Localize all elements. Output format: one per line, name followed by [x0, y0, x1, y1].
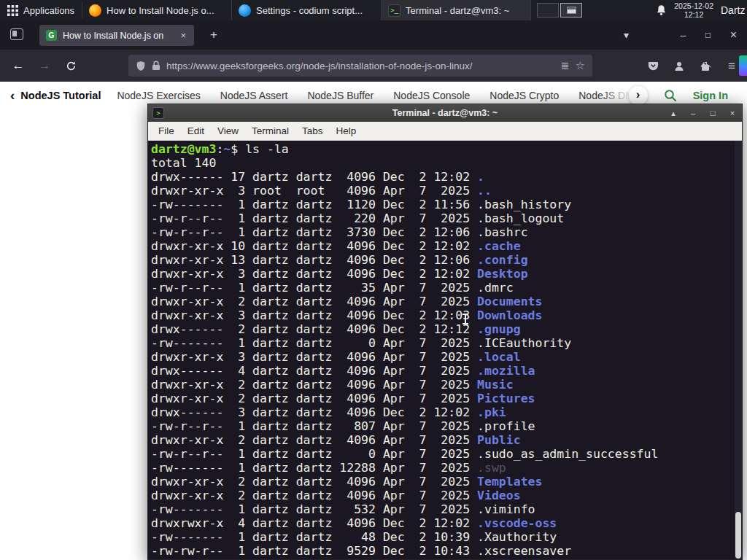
- firefox-icon: [89, 4, 101, 17]
- reload-button[interactable]: [60, 55, 82, 76]
- terminal-line: drwxr-xr-x 2 dartz dartz 4096 Apr 7 2025…: [151, 489, 732, 502]
- terminal-line: drwx------ 17 dartz dartz 4096 Dec 2 12:…: [151, 170, 732, 184]
- terminal-line: -rw------- 1 dartz dartz 12288 Apr 7 202…: [151, 461, 732, 475]
- mouse-text-cursor: [465, 314, 466, 324]
- applications-menu-button[interactable]: Applications: [0, 0, 82, 20]
- terminal-line: -rw------- 1 dartz dartz 0 Apr 7 2025 .I…: [151, 336, 732, 350]
- terminal-line: drwxr-xr-x 2 dartz dartz 4096 Apr 7 2025…: [151, 392, 732, 405]
- site-nav-item[interactable]: NodeJS Buffer: [307, 90, 374, 101]
- site-favicon: G: [46, 30, 57, 41]
- panel-status-area: 2025-12-02 12:12 Dartz: [656, 0, 747, 20]
- terminal-menu-item[interactable]: Tabs: [295, 123, 330, 139]
- terminal-line: drwxr-xr-x 2 dartz dartz 4096 Apr 7 2025…: [151, 378, 732, 392]
- back-button[interactable]: ←: [7, 55, 29, 76]
- url-bar[interactable]: https://www.geeksforgeeks.org/node-js/in…: [128, 55, 592, 77]
- typed-command: ls -la: [238, 142, 289, 156]
- site-nav-item[interactable]: NodeJS Exercises: [117, 90, 200, 101]
- nav-scroll-right-icon[interactable]: ›: [629, 86, 648, 105]
- site-nav-item[interactable]: NodeJS Assert: [220, 90, 288, 101]
- terminal-window-title: Terminal - dartz@vm3: ~: [148, 108, 742, 118]
- workspace-window-thumb: [567, 7, 576, 14]
- terminal-line: drwxr-xr-x 3 dartz dartz 4096 Apr 7 2025…: [151, 350, 732, 364]
- sign-in-button[interactable]: Sign In: [693, 90, 728, 101]
- close-button[interactable]: ×: [727, 109, 738, 117]
- site-nav-item[interactable]: NodeJS Crypto: [489, 90, 559, 101]
- site-nav-item[interactable]: NodeJS Console: [393, 90, 470, 101]
- forward-button[interactable]: →: [34, 55, 55, 76]
- terminal-line: -rw-r--r-- 1 dartz dartz 3730 Dec 2 12:0…: [151, 225, 732, 239]
- reader-mode-icon[interactable]: ≣: [561, 60, 570, 71]
- clock-time: 12:12: [674, 10, 713, 19]
- terminal-scrollbar-thumb[interactable]: [735, 512, 741, 559]
- prompt-cwd: ~: [223, 142, 231, 156]
- browser-tab[interactable]: G How to Install Node.js on ×: [39, 25, 194, 46]
- terminal-menu-item[interactable]: Edit: [181, 123, 211, 139]
- terminal-line: -rw------- 1 dartz dartz 532 Apr 7 2025 …: [151, 502, 732, 516]
- terminal-titlebar[interactable]: > Terminal - dartz@vm3: ~ ▴ – □ ×: [148, 104, 742, 122]
- tab-title: How to Install Node.js on: [63, 31, 173, 41]
- terminal-line: -rw------- 1 dartz dartz 1120 Dec 2 11:5…: [151, 198, 732, 211]
- terminal-line: drwx------ 3 dartz dartz 4096 Dec 2 12:0…: [151, 405, 732, 419]
- extensions-puzzle-icon[interactable]: [694, 56, 716, 76]
- taskbar-window-codium[interactable]: Settings - codium script...: [232, 0, 382, 20]
- terminal-line: -rw-rw-r-- 1 dartz dartz 9529 Dec 2 10:4…: [151, 544, 732, 558]
- terminal-menu-item[interactable]: Help: [330, 123, 363, 139]
- site-nav-items: NodeJS ExercisesNodeJS AssertNodeJS Buff…: [117, 90, 684, 101]
- maximize-button[interactable]: □: [708, 109, 718, 117]
- tracking-shield-icon[interactable]: [136, 61, 146, 71]
- clock-date: 2025-12-02: [674, 1, 713, 10]
- reload-icon: [66, 61, 77, 71]
- window-maximize-button[interactable]: □: [698, 26, 718, 44]
- taskbar-window-terminal[interactable]: >_ Terminal - dartz@vm3: ~: [382, 0, 531, 20]
- terminal-line: drwxr-xr-x 10 dartz dartz 4096 Dec 2 12:…: [151, 239, 732, 253]
- taskbar-window-firefox[interactable]: How to Install Node.js o...: [82, 0, 232, 20]
- window-close-button[interactable]: ×: [724, 26, 743, 44]
- workspace-switcher[interactable]: [531, 0, 588, 20]
- terminal-total-line: total 140: [151, 156, 732, 170]
- nav-scroll-left-icon[interactable]: ‹: [10, 88, 15, 104]
- firefox-view-icon[interactable]: [10, 28, 23, 40]
- terminal-menu-item[interactable]: Terminal: [245, 123, 295, 139]
- extension-accent-icon[interactable]: [739, 55, 747, 76]
- terminal-line: drwxr-xr-x 13 dartz dartz 4096 Dec 2 12:…: [151, 253, 732, 267]
- workspace-2[interactable]: [560, 3, 582, 18]
- taskbar-window-title: Settings - codium script...: [256, 5, 363, 16]
- tab-close-icon[interactable]: ×: [179, 30, 187, 41]
- terminal-line: -rw-r--r-- 1 dartz dartz 220 Apr 7 2025 …: [151, 211, 732, 225]
- new-tab-button[interactable]: +: [204, 26, 223, 44]
- terminal-line: drwxr-xr-x 2 dartz dartz 4096 Apr 7 2025…: [151, 295, 732, 308]
- url-text[interactable]: https://www.geeksforgeeks.org/node-js/in…: [166, 61, 555, 71]
- terminal-window-icon: >: [152, 107, 164, 119]
- minimize-button[interactable]: –: [688, 109, 698, 117]
- terminal-line: drwxr-xr-x 2 dartz dartz 4096 Apr 7 2025…: [151, 433, 732, 447]
- site-nav-item-active[interactable]: NodeJS Tutorial: [20, 90, 101, 101]
- user-menu[interactable]: Dartz: [721, 4, 746, 16]
- workspace-1[interactable]: [537, 3, 559, 18]
- notification-bell-icon[interactable]: [656, 4, 667, 16]
- terminal-line: drwx------ 2 dartz dartz 4096 Dec 2 12:1…: [151, 322, 732, 336]
- search-icon[interactable]: [664, 89, 677, 102]
- terminal-menu-item[interactable]: File: [152, 123, 181, 139]
- terminal-line: drwxr-xr-x 3 dartz dartz 4096 Dec 2 12:0…: [151, 308, 732, 322]
- terminal-line: drwxr-xr-x 3 dartz dartz 4096 Dec 2 12:0…: [151, 267, 732, 281]
- shade-button[interactable]: ▴: [668, 109, 678, 118]
- list-all-tabs-icon[interactable]: ▾: [616, 26, 636, 44]
- terminal-line: drwxr-xr-x 3 root root 4096 Apr 7 2025 .…: [151, 184, 732, 198]
- codium-icon: [239, 4, 251, 17]
- top-panel: Applications How to Install Node.js o...…: [0, 0, 747, 20]
- terminal-output[interactable]: dartz@vm3:~$ ls -la total 140 drwx------…: [148, 141, 742, 559]
- terminal-menu-item[interactable]: View: [211, 123, 245, 139]
- account-icon[interactable]: [668, 56, 690, 76]
- terminal-line: -rw-r--r-- 1 dartz dartz 0 Apr 7 2025 .s…: [151, 447, 732, 461]
- terminal-window: > Terminal - dartz@vm3: ~ ▴ – □ × FileEd…: [147, 104, 743, 560]
- clock[interactable]: 2025-12-02 12:12: [674, 1, 713, 19]
- terminal-line: -rw-r--r-- 1 dartz dartz 35 Apr 7 2025 .…: [151, 281, 732, 295]
- terminal-prompt-line: dartz@vm3:~$ ls -la: [151, 142, 732, 156]
- terminal-scrollbar[interactable]: [735, 141, 742, 559]
- lock-icon[interactable]: [152, 61, 160, 71]
- prompt-user-host: dartz@vm3: [151, 142, 216, 156]
- applications-grid-icon: [7, 5, 18, 16]
- pocket-icon[interactable]: [642, 56, 664, 76]
- bookmark-star-icon[interactable]: ☆: [576, 59, 585, 72]
- window-minimize-button[interactable]: –: [673, 26, 693, 44]
